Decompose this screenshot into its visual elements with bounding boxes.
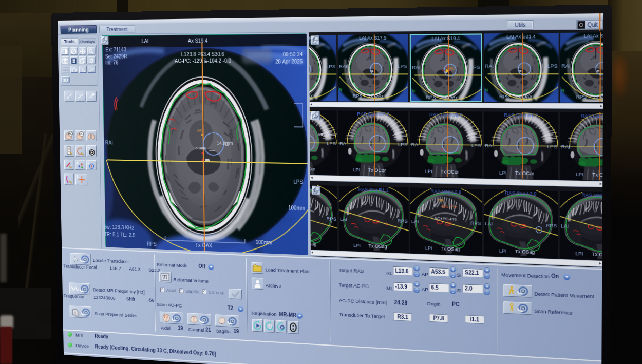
svg-text:+: + — [87, 161, 89, 166]
svg-text:+: + — [88, 146, 90, 151]
svg-text:+: + — [76, 161, 79, 166]
svg-text:AC: AC — [449, 66, 455, 70]
svg-text:PC: PC — [80, 132, 84, 136]
svg-text:+: + — [76, 174, 79, 180]
svg-text:AC: AC — [68, 132, 72, 135]
